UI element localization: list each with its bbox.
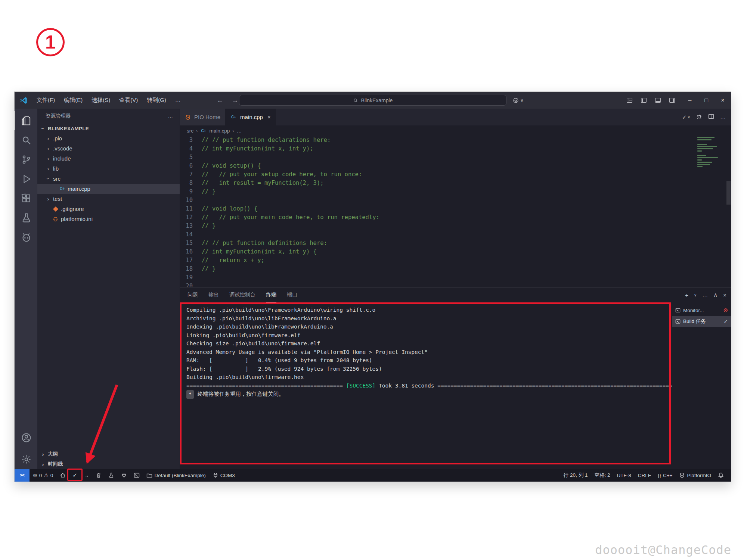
code-line[interactable]: 20 (180, 282, 731, 287)
menu-view[interactable]: 查看(V) (115, 95, 142, 106)
code-line[interactable]: 9// } (180, 187, 731, 196)
menu-goto[interactable]: 转到(G) (143, 95, 170, 106)
tree-item-include[interactable]: › include (37, 153, 180, 164)
kill-terminal-icon[interactable]: ⊗ (723, 307, 728, 314)
code-line[interactable]: 11// void loop() { (180, 205, 731, 213)
tab-main-cpp[interactable]: C+ main.cpp × (226, 109, 276, 125)
tree-item-src[interactable]: › src (37, 174, 180, 184)
language-status[interactable]: {} C++ (654, 469, 676, 482)
tree-item-gitignore[interactable]: .gitignore (37, 204, 180, 214)
tab-pio-home[interactable]: PIO Home (180, 109, 226, 125)
tab-problems[interactable]: 问题 (187, 287, 198, 302)
copilot-menu[interactable]: ∨ (512, 97, 524, 104)
code-line[interactable]: 3// // put function declarations here: (180, 136, 731, 144)
cursor-position[interactable]: 行 20, 列 1 (560, 469, 591, 482)
pio-terminal-button[interactable] (130, 469, 143, 482)
code-line[interactable]: 7// // put your setup code here, to run … (180, 170, 731, 179)
task-build[interactable]: Build 任务 ✓ (672, 316, 731, 327)
code-line[interactable]: 15// // put function definitions here: (180, 239, 731, 248)
indentation-status[interactable]: 空格: 2 (591, 469, 613, 482)
code-line[interactable]: 4// int myFunction(int x, int y); (180, 144, 731, 153)
breadcrumb-more[interactable]: … (237, 128, 242, 134)
source-control-icon[interactable] (15, 150, 37, 169)
toggle-panel-icon[interactable] (653, 95, 663, 106)
code-editor[interactable]: 3// // put function declarations here: 4… (180, 136, 731, 287)
code-line[interactable]: 19 (180, 273, 731, 282)
code-line[interactable]: 6// void setup() { (180, 162, 731, 170)
close-button[interactable]: × (715, 92, 731, 109)
notifications-button[interactable] (715, 469, 727, 482)
extensions-icon[interactable] (15, 189, 37, 208)
tab-debug-console[interactable]: 调试控制台 (229, 287, 255, 302)
encoding-status[interactable]: UTF-8 (613, 469, 634, 482)
toggle-secondary-sidebar-icon[interactable] (667, 95, 677, 106)
code-line[interactable]: 16// int myFunction(int x, int y) { (180, 248, 731, 256)
menu-more[interactable]: … (171, 95, 185, 106)
search-icon[interactable] (15, 130, 37, 150)
breadcrumb[interactable]: src › C+ main.cpp › … (180, 125, 731, 136)
problems-status[interactable]: ⊗ 0 ⚠ 0 (30, 469, 56, 482)
tree-item-main-cpp[interactable]: C+ main.cpp (37, 184, 180, 194)
platformio-icon[interactable] (15, 227, 37, 247)
tree-item-lib[interactable]: › lib (37, 164, 180, 174)
explorer-icon[interactable] (15, 111, 37, 130)
menu-selection[interactable]: 选择(S) (87, 95, 114, 106)
code-line[interactable]: 18// } (180, 265, 731, 273)
task-monitor[interactable]: Monitor... ⊗ (672, 305, 731, 316)
tree-item-vscode[interactable]: › .vscode (37, 143, 180, 153)
forward-arrow-icon[interactable]: → (232, 96, 238, 104)
tab-output[interactable]: 输出 (208, 287, 219, 302)
code-line[interactable]: 13// } (180, 222, 731, 230)
pio-monitor-button[interactable] (118, 469, 130, 482)
toggle-sidebar-icon[interactable] (638, 95, 649, 106)
code-line[interactable]: 5 (180, 153, 731, 162)
breadcrumb-src[interactable]: src (187, 128, 193, 134)
pio-env-selector[interactable]: Default (BlinkExample) (143, 469, 209, 482)
debug-icon[interactable] (696, 113, 702, 121)
code-line[interactable]: 10 (180, 196, 731, 205)
tree-item-pio[interactable]: › .pio (37, 133, 180, 143)
menu-edit[interactable]: 编辑(E) (60, 95, 87, 106)
back-arrow-icon[interactable]: ← (217, 96, 223, 104)
pio-build-button[interactable]: ✓ (69, 469, 81, 482)
tab-ports[interactable]: 端口 (287, 287, 297, 302)
settings-gear-icon[interactable] (15, 449, 37, 469)
maximize-panel-icon[interactable]: ∧ (713, 292, 717, 298)
eol-status[interactable]: CRLF (635, 469, 654, 482)
serial-port-selector[interactable]: COM3 (209, 469, 238, 482)
maximize-button[interactable]: □ (698, 92, 715, 109)
breadcrumb-main-cpp[interactable]: main.cpp (210, 128, 230, 134)
editor-scrollbar[interactable] (726, 181, 731, 205)
terminal-output[interactable]: Compiling .pio\build\uno\FrameworkArduin… (180, 302, 672, 469)
code-line[interactable]: 17// return x + y; (180, 256, 731, 265)
pio-home-button[interactable] (56, 469, 69, 482)
more-actions-icon[interactable]: … (720, 114, 726, 120)
pio-clean-button[interactable] (92, 469, 105, 482)
run-task-button[interactable]: ✓ ∨ (682, 114, 690, 121)
code-line[interactable]: 8// int result = myFunction(2, 3); (180, 179, 731, 187)
chevron-down-icon[interactable]: ∨ (694, 293, 697, 297)
minimize-button[interactable]: – (682, 92, 698, 109)
tree-root-blinkexample[interactable]: › BLINKEXAMPLE (37, 124, 180, 133)
close-panel-icon[interactable]: × (723, 292, 726, 298)
sidebar-more-icon[interactable]: … (168, 113, 173, 119)
run-debug-icon[interactable] (15, 169, 37, 189)
close-tab-icon[interactable]: × (267, 114, 271, 120)
split-editor-icon[interactable] (708, 113, 714, 121)
new-terminal-icon[interactable]: + (685, 292, 688, 298)
tree-item-platformio-ini[interactable]: platformio.ini (37, 214, 180, 224)
more-actions-icon[interactable]: … (702, 292, 708, 298)
outline-section[interactable]: › 大纲 (37, 449, 180, 459)
code-line[interactable]: 14 (180, 230, 731, 239)
pio-upload-button[interactable]: → (81, 469, 93, 482)
timeline-section[interactable]: › 时间线 (37, 459, 180, 469)
tree-item-test[interactable]: › test (37, 194, 180, 204)
command-search-box[interactable]: BlinkExample (239, 95, 506, 106)
customize-layout-icon[interactable] (624, 95, 635, 106)
platformio-status[interactable]: PlatformIO (676, 469, 715, 482)
tab-terminal[interactable]: 终端 (266, 287, 276, 302)
minimap[interactable] (697, 137, 725, 168)
code-line[interactable]: 12// // put your main code here, to run … (180, 213, 731, 222)
remote-indicator[interactable]: >< (15, 469, 30, 482)
account-icon[interactable] (15, 428, 37, 447)
